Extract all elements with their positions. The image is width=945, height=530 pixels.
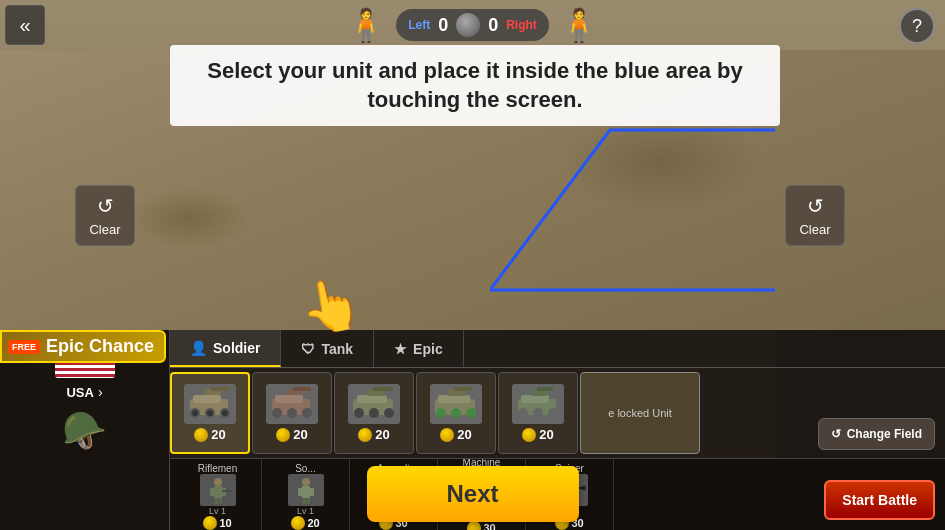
char-riflemen[interactable]: Riflemen Lv 1 10 bbox=[174, 459, 262, 531]
locked-unit: e locked Unit bbox=[580, 372, 700, 454]
blue-outline-svg bbox=[490, 110, 775, 320]
tabs-row: 👤 Soldier 🛡 Tank ★ Epic bbox=[170, 330, 945, 368]
svg-point-46 bbox=[302, 478, 310, 486]
next-button[interactable]: Next bbox=[366, 466, 578, 522]
svg-rect-51 bbox=[307, 498, 310, 504]
tab-tank-icon: 🛡 bbox=[301, 341, 315, 357]
svg-rect-2 bbox=[193, 395, 221, 403]
tab-tank-label: Tank bbox=[321, 341, 353, 357]
score-area: 🧍 Left 0 0 Right 🧍 bbox=[346, 6, 599, 44]
change-field-icon: ↺ bbox=[831, 427, 841, 441]
country-row: USA › bbox=[66, 384, 102, 400]
unit-img-0 bbox=[184, 384, 236, 424]
svg-point-36 bbox=[518, 408, 528, 418]
instruction-box: Select your unit and place it inside the… bbox=[170, 45, 780, 126]
free-badge: FREE bbox=[8, 340, 40, 354]
tank-svg-1 bbox=[267, 385, 317, 423]
blue-soldier-icon: 🧍 bbox=[346, 6, 386, 44]
svg-rect-41 bbox=[210, 488, 215, 496]
tab-soldier[interactable]: 👤 Soldier bbox=[170, 330, 281, 367]
clear-left-label: Clear bbox=[89, 222, 120, 237]
clear-left-icon: ↺ bbox=[97, 194, 114, 218]
unit-cost-4: 20 bbox=[522, 427, 553, 442]
blue-placement-area[interactable] bbox=[490, 110, 775, 320]
char-riflemen-coin bbox=[203, 516, 217, 530]
svg-point-29 bbox=[436, 408, 446, 418]
unit-card-0[interactable]: 20 bbox=[170, 372, 250, 454]
change-field-button[interactable]: ↺ Change Field bbox=[818, 418, 935, 450]
svg-rect-26 bbox=[438, 395, 470, 403]
epic-chance-badge[interactable]: FREE Epic Chance bbox=[0, 330, 166, 363]
clear-button-left[interactable]: ↺ Clear bbox=[75, 185, 135, 246]
red-soldier-icon: 🧍 bbox=[559, 6, 599, 44]
cost-num-3: 20 bbox=[457, 427, 471, 442]
unit-img-2 bbox=[348, 384, 400, 424]
svg-rect-47 bbox=[302, 486, 310, 498]
char-soldier-cost-row: 20 bbox=[291, 516, 319, 530]
instruction-text: Select your unit and place it inside the… bbox=[207, 58, 742, 112]
unit-cost-0: 20 bbox=[194, 427, 225, 442]
score-right-value: 0 bbox=[488, 15, 498, 36]
tab-epic-label: Epic bbox=[413, 341, 443, 357]
clear-right-icon: ↺ bbox=[807, 194, 824, 218]
country-arrow[interactable]: › bbox=[98, 384, 103, 400]
cost-num-2: 20 bbox=[375, 427, 389, 442]
tank-svg-3 bbox=[431, 385, 481, 423]
clear-button-right[interactable]: ↺ Clear bbox=[785, 185, 845, 246]
soldier-preview: 🪖 bbox=[62, 410, 107, 452]
char-riflemen-cost-row: 10 bbox=[203, 516, 231, 530]
left-label: Left bbox=[408, 18, 430, 32]
svg-point-39 bbox=[214, 478, 222, 486]
svg-point-16 bbox=[287, 408, 297, 418]
svg-point-38 bbox=[548, 408, 558, 418]
unit-img-1 bbox=[266, 384, 318, 424]
unit-card-2[interactable]: 20 bbox=[334, 372, 414, 454]
clear-btn-left-inner[interactable]: ↺ Clear bbox=[75, 185, 135, 246]
tab-epic[interactable]: ★ Epic bbox=[374, 330, 464, 367]
back-button[interactable]: « bbox=[5, 5, 45, 45]
char-mg-cost-row: 30 bbox=[467, 521, 495, 530]
start-battle-button[interactable]: Start Battle bbox=[824, 480, 935, 520]
unit-card-3[interactable]: 20 bbox=[416, 372, 496, 454]
cost-num-0: 20 bbox=[211, 427, 225, 442]
unit-cost-3: 20 bbox=[440, 427, 471, 442]
clear-btn-right-inner[interactable]: ↺ Clear bbox=[785, 185, 845, 246]
char-soldier-level: Lv 1 bbox=[297, 506, 314, 516]
right-label: Right bbox=[506, 18, 537, 32]
cost-num-4: 20 bbox=[539, 427, 553, 442]
char-soldier[interactable]: So... Lv 1 20 bbox=[262, 459, 350, 531]
svg-rect-33 bbox=[521, 395, 549, 403]
svg-point-15 bbox=[272, 408, 282, 418]
svg-point-30 bbox=[451, 408, 461, 418]
svg-rect-49 bbox=[309, 488, 314, 496]
help-button[interactable]: ? bbox=[899, 8, 935, 44]
char-mg-coin bbox=[467, 521, 481, 530]
gold-coin-4 bbox=[522, 428, 536, 442]
tab-tank[interactable]: 🛡 Tank bbox=[281, 330, 374, 367]
gold-coin-0 bbox=[194, 428, 208, 442]
gold-coin-1 bbox=[276, 428, 290, 442]
svg-rect-44 bbox=[219, 498, 222, 504]
country-label: USA bbox=[66, 385, 93, 400]
svg-rect-35 bbox=[537, 387, 553, 391]
clear-right-label: Clear bbox=[799, 222, 830, 237]
unit-card-4[interactable]: 20 bbox=[498, 372, 578, 454]
gold-coin-2 bbox=[358, 428, 372, 442]
svg-point-23 bbox=[369, 408, 379, 418]
char-soldier-img bbox=[288, 474, 324, 506]
gold-coin-3 bbox=[440, 428, 454, 442]
score-display: Left 0 0 Right bbox=[396, 9, 549, 41]
tab-soldier-icon: 👤 bbox=[190, 340, 207, 356]
svg-rect-48 bbox=[298, 488, 303, 496]
svg-point-17 bbox=[302, 408, 312, 418]
unit-card-1[interactable]: 20 bbox=[252, 372, 332, 454]
cost-num-1: 20 bbox=[293, 427, 307, 442]
char-riflemen-name: Riflemen bbox=[198, 463, 237, 474]
epic-chance-text: Epic Chance bbox=[46, 336, 154, 357]
svg-rect-28 bbox=[454, 387, 472, 391]
start-battle-label: Start Battle bbox=[842, 492, 917, 508]
unit-img-3 bbox=[430, 384, 482, 424]
svg-point-37 bbox=[533, 408, 543, 418]
svg-rect-50 bbox=[303, 498, 306, 504]
unit-cost-2: 20 bbox=[358, 427, 389, 442]
